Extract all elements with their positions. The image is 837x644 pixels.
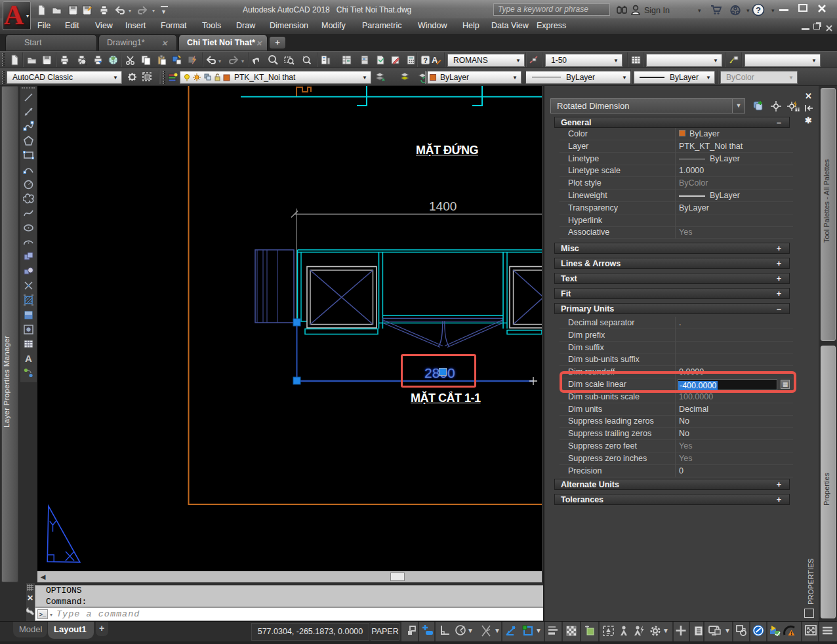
svg-text:?: ? bbox=[756, 5, 761, 15]
svg-text:A: A bbox=[25, 353, 32, 364]
svg-text:?: ? bbox=[423, 56, 428, 64]
